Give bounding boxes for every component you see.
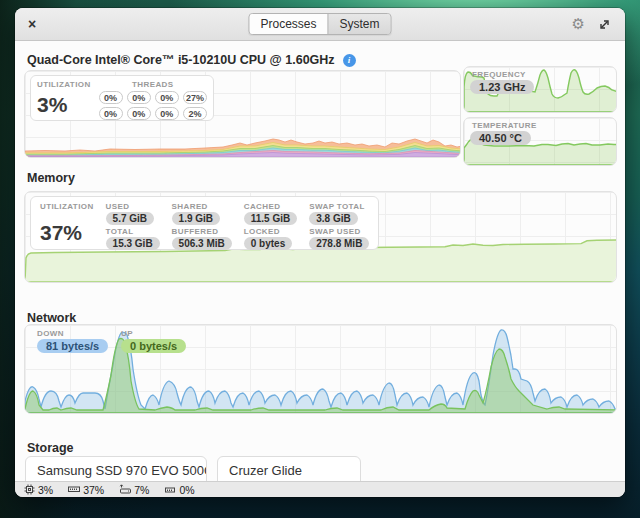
cpu-icon (24, 484, 35, 495)
down-label: DOWN (37, 329, 108, 338)
cpu-utilization-panel: UTILIZATION 3% THREADS 0% 0% 0% 27% 0% 0… (30, 75, 214, 121)
cpu-temperature-chart: TEMPERATURE 40.50 °C (463, 117, 617, 166)
memory-history-chart: UTILIZATION 37% USED5.7 GiB SHARED1.9 Gi… (24, 191, 617, 283)
cpu-title-row: Quad-Core Intel® Core™ i5-10210U CPU @ 1… (27, 53, 356, 67)
stat-value-badge: 278.8 MiB (309, 237, 369, 250)
stat-value-badge: 506.3 MiB (172, 237, 232, 250)
thread-usage-badge: 0% (155, 91, 179, 104)
network-down-group: DOWN 81 bytes/s (37, 329, 108, 353)
desktop-wallpaper: × Processes System ⚙ Quad-Core Intel® Co… (0, 0, 640, 518)
cpu-history-chart: UTILIZATION 3% THREADS 0% 0% 0% 27% 0% 0… (24, 70, 461, 158)
stat-value-badge: 11.5 GiB (244, 212, 297, 225)
stat-label: BUFFERED (172, 227, 232, 236)
memory-utilization-value: 37% (40, 222, 94, 244)
stat-label: SWAP TOTAL (309, 202, 369, 211)
down-value-badge: 81 bytes/s (37, 339, 108, 353)
network-area-chart (25, 325, 617, 413)
info-icon[interactable]: i (343, 54, 356, 67)
tab-processes[interactable]: Processes (249, 14, 327, 34)
stat-label: SWAP USED (309, 227, 369, 236)
network-up-group: UP 0 bytes/s (121, 329, 186, 353)
stat-value-badge: 5.7 GiB (106, 212, 154, 225)
status-bar: 3% 37% 7% 0% (15, 481, 625, 497)
cpu-utilization-value: 3% (37, 94, 91, 116)
status-memory-value: 37% (83, 484, 104, 496)
status-network: 0% (164, 484, 194, 496)
up-label: UP (121, 329, 186, 338)
header-bar: × Processes System ⚙ (15, 8, 625, 41)
stat-value-badge: 0 bytes (244, 237, 292, 250)
thread-usage-badge: 0% (155, 107, 179, 120)
status-storage-value: 7% (134, 484, 149, 496)
frequency-label: FREQUENCY (472, 70, 526, 79)
memory-heading: Memory (27, 171, 75, 185)
network-icon (164, 484, 176, 495)
settings-gear-icon[interactable]: ⚙ (572, 15, 585, 33)
thread-usage-badge: 27% (183, 91, 207, 104)
stat-value-badge: 3.8 GiB (309, 212, 357, 225)
system-monitor-window: × Processes System ⚙ Quad-Core Intel® Co… (15, 8, 625, 497)
status-cpu: 3% (24, 484, 53, 496)
network-history-chart: DOWN 81 bytes/s UP 0 bytes/s (24, 324, 617, 414)
frequency-value-badge: 1.23 GHz (470, 80, 534, 94)
cpu-frequency-chart: FREQUENCY 1.23 GHz (463, 66, 617, 113)
thread-usage-badge: 0% (127, 107, 151, 120)
thread-usage-badge: 2% (183, 107, 207, 120)
stat-value-badge: 15.3 GiB (106, 237, 160, 250)
stat-label: SHARED (172, 202, 232, 211)
storage-heading: Storage (27, 441, 74, 455)
view-switcher: Processes System (248, 13, 391, 35)
up-value-badge: 0 bytes/s (121, 339, 186, 353)
stat-label: CACHED (244, 202, 297, 211)
stat-value-badge: 1.9 GiB (172, 212, 220, 225)
temperature-value-badge: 40.50 °C (470, 131, 531, 145)
memory-icon (68, 484, 80, 495)
status-network-value: 0% (179, 484, 194, 496)
thread-usage-badge: 0% (99, 91, 123, 104)
status-cpu-value: 3% (38, 484, 53, 496)
cpu-threads-label: THREADS (132, 80, 173, 89)
status-storage: 7% (119, 484, 149, 496)
stat-label: TOTAL (106, 227, 160, 236)
thread-usage-badge: 0% (99, 107, 123, 120)
stat-label: LOCKED (244, 227, 297, 236)
memory-stats-panel: UTILIZATION 37% USED5.7 GiB SHARED1.9 Gi… (30, 196, 379, 250)
cpu-utilization-label: UTILIZATION (37, 80, 91, 89)
stat-label: USED (106, 202, 160, 211)
close-button[interactable]: × (28, 16, 36, 32)
memory-utilization-label: UTILIZATION (40, 202, 94, 211)
memory-stats-grid: USED5.7 GiB SHARED1.9 GiB CACHED11.5 GiB… (106, 202, 370, 244)
cpu-model-title: Quad-Core Intel® Core™ i5-10210U CPU @ 1… (27, 53, 335, 67)
network-heading: Network (27, 311, 76, 325)
thread-usage-badge: 0% (127, 91, 151, 104)
status-memory: 37% (68, 484, 104, 496)
cpu-thread-grid: 0% 0% 0% 27% 0% 0% 0% 2% (99, 91, 207, 120)
fullscreen-expand-icon[interactable] (598, 17, 611, 35)
temperature-label: TEMPERATURE (472, 121, 537, 130)
storage-icon (119, 484, 131, 495)
tab-system[interactable]: System (328, 14, 391, 34)
